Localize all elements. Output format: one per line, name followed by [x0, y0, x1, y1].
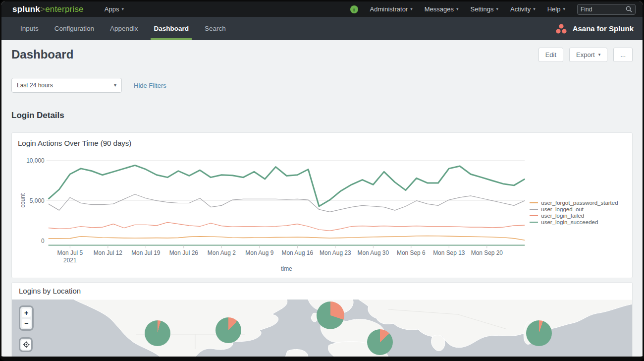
x-axis-tick: Mon Jul 5	[57, 249, 83, 256]
activity-menu-label: Activity	[510, 5, 531, 13]
map-controls: + −	[19, 305, 34, 352]
app-name: Asana for Splunk	[573, 24, 634, 33]
help-menu[interactable]: Help▾	[547, 5, 565, 13]
login-pie-japan[interactable]	[526, 320, 552, 346]
y-axis-tick: 10,000	[26, 157, 45, 164]
series-user_logged_out[interactable]	[49, 194, 525, 212]
export-button[interactable]: Export▾	[569, 48, 607, 62]
login-actions-line-chart[interactable]: 05,00010,000countMon Jul 52021Mon Jul 12…	[18, 152, 530, 273]
x-axis-tick: Mon Aug 9	[245, 249, 273, 256]
more-actions-button[interactable]: ...	[613, 48, 633, 62]
chart-title: Login Actions Over Time (90 days)	[18, 139, 626, 149]
filter-row: Last 24 hours ▾ Hide Filters	[11, 78, 633, 93]
login-actions-chart-panel: Login Actions Over Time (90 days) 05,000…	[11, 132, 633, 278]
chart-legend: user_forgot_password_starteduser_logged_…	[530, 152, 626, 273]
series-user_forgot_password_started[interactable]	[49, 236, 525, 241]
messages-menu-label: Messages	[425, 5, 454, 13]
app-identity: Asana for Splunk	[555, 17, 634, 40]
x-axis-label: time	[281, 265, 292, 272]
chevron-down-icon: ▾	[410, 7, 413, 11]
y-axis-tick: 0	[41, 238, 45, 244]
chevron-down-icon: ▾	[456, 7, 459, 11]
legend-item-user_login_succeeded[interactable]: user_login_succeeded	[530, 219, 626, 225]
legend-swatch-icon	[530, 222, 538, 223]
logo-enterprise: enterprise	[45, 4, 84, 14]
chevron-down-icon: ▾	[121, 7, 124, 11]
dashboard-content: Dashboard Edit Export▾ ... Last 24 hours…	[1, 47, 643, 357]
legend-item-user_logged_out[interactable]: user_logged_out	[530, 206, 626, 212]
activity-menu[interactable]: Activity▾	[510, 5, 536, 13]
x-axis-tick: Mon Sep 13	[433, 249, 465, 256]
time-range-picker[interactable]: Last 24 hours ▾	[11, 78, 122, 93]
settings-menu-label: Settings	[471, 5, 494, 13]
info-icon[interactable]: i	[350, 5, 358, 13]
legend-swatch-icon	[530, 215, 538, 216]
zoom-in-button[interactable]: +	[22, 308, 31, 317]
x-axis-tick: Mon Aug 23	[320, 249, 351, 256]
legend-label: user_forgot_password_started	[541, 200, 618, 206]
login-pie-eastern-europe[interactable]	[367, 329, 393, 355]
tab-configuration[interactable]: Configuration	[47, 17, 102, 40]
top-nav-bar: splunk>enterprise Apps ▾ i Administrator…	[1, 1, 643, 17]
legend-swatch-icon	[530, 202, 538, 203]
asana-logo-icon	[555, 23, 568, 34]
splunk-logo[interactable]: splunk>enterprise	[12, 4, 84, 14]
tab-search[interactable]: Search	[197, 17, 234, 40]
apps-menu-label: Apps	[105, 5, 119, 13]
help-menu-label: Help	[547, 5, 561, 13]
x-axis-tick: Mon Sep 20	[471, 249, 503, 256]
edit-button[interactable]: Edit	[538, 48, 563, 62]
hide-filters-link[interactable]: Hide Filters	[134, 82, 166, 89]
page-title: Dashboard	[11, 48, 73, 61]
find-search-input[interactable]	[581, 6, 626, 13]
x-axis-tick: Mon Aug 16	[282, 249, 314, 256]
settings-menu[interactable]: Settings▾	[471, 5, 499, 13]
administrator-menu[interactable]: Administrator▾	[370, 5, 413, 13]
chevron-down-icon: ▾	[563, 7, 565, 11]
time-range-value: Last 24 hours	[17, 82, 53, 89]
series-user_login_failed[interactable]	[49, 222, 525, 231]
locate-button[interactable]	[21, 340, 31, 350]
administrator-menu-label: Administrator	[370, 5, 408, 13]
map-locate-control	[19, 337, 33, 352]
x-axis-tick: Mon Aug 2	[208, 249, 236, 256]
map-title: Logins by Location	[12, 283, 632, 300]
section-title: Login Details	[11, 111, 633, 121]
login-pie-western-europe[interactable]	[317, 301, 344, 329]
chevron-down-icon: ▾	[533, 7, 536, 11]
chevron-down-icon: ▾	[114, 83, 116, 88]
tab-appendix[interactable]: Appendix	[102, 17, 146, 40]
y-axis-label: count	[19, 193, 26, 208]
x-axis-tick: Mon Jul 19	[131, 249, 161, 256]
legend-item-user_login_failed[interactable]: user_login_failed	[530, 212, 626, 219]
messages-menu[interactable]: Messages▾	[425, 5, 459, 13]
login-pie-us-east[interactable]	[215, 317, 241, 343]
legend-label: user_login_failed	[541, 213, 584, 219]
zoom-out-button[interactable]: −	[22, 319, 31, 328]
legend-label: user_login_succeeded	[541, 219, 598, 225]
find-search-box[interactable]	[577, 4, 636, 15]
splunk-window: splunk>enterprise Apps ▾ i Administrator…	[0, 0, 644, 361]
search-icon	[626, 6, 632, 12]
x-axis-tick: Mon Jul 12	[94, 249, 123, 256]
tab-inputs[interactable]: Inputs	[12, 17, 47, 40]
crosshair-icon	[23, 341, 30, 348]
legend-item-user_forgot_password_started[interactable]: user_forgot_password_started	[530, 199, 626, 206]
app-nav-bar: InputsConfigurationAppendixDashboardSear…	[1, 17, 643, 40]
world-map[interactable]: + −	[12, 300, 632, 357]
legend-swatch-icon	[530, 209, 538, 210]
series-user_login_succeeded[interactable]	[49, 165, 525, 206]
tab-dashboard[interactable]: Dashboard	[146, 17, 197, 40]
login-pie-us-west[interactable]	[145, 320, 170, 346]
logo-gt: >	[40, 4, 45, 14]
x-axis-tick: Mon Aug 30	[358, 249, 389, 256]
top-nav-right: i Administrator▾Messages▾Settings▾Activi…	[350, 4, 636, 15]
x-axis-tick: Mon Jul 26	[169, 249, 199, 256]
map-zoom-control: + −	[19, 305, 34, 331]
chevron-down-icon: ▾	[598, 53, 601, 57]
apps-menu[interactable]: Apps ▾	[105, 5, 124, 13]
x-axis-tick: Mon Sep 6	[397, 249, 426, 256]
legend-label: user_logged_out	[541, 206, 584, 212]
logins-by-location-panel: Logins by Location	[11, 282, 633, 357]
chevron-down-icon: ▾	[496, 7, 498, 11]
